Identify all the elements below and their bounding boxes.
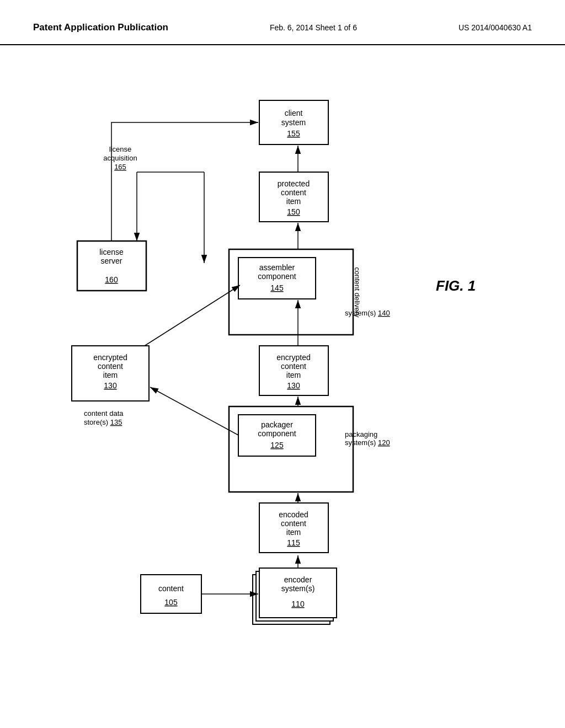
svg-text:component: component — [258, 429, 296, 438]
svg-text:content: content — [281, 519, 306, 528]
license-acquisition-label: license — [109, 145, 131, 153]
svg-text:130: 130 — [104, 381, 117, 390]
svg-text:packager: packager — [261, 420, 293, 429]
svg-text:item: item — [103, 371, 118, 379]
svg-text:item: item — [286, 197, 301, 206]
svg-text:acquisition: acquisition — [103, 154, 137, 162]
svg-text:content: content — [98, 362, 123, 371]
svg-text:160: 160 — [105, 275, 118, 284]
svg-text:encrypted: encrypted — [93, 353, 127, 362]
svg-text:125: 125 — [270, 441, 284, 449]
svg-text:item: item — [286, 528, 301, 537]
page-header: Patent Application Publication Feb. 6, 2… — [0, 0, 565, 45]
header-left: Patent Application Publication — [33, 22, 168, 33]
svg-text:150: 150 — [287, 207, 300, 216]
arrow-encrypted-left-to-assembler — [145, 285, 240, 346]
svg-text:item: item — [286, 371, 301, 379]
fig-label: FIG. 1 — [436, 277, 476, 294]
svg-text:system: system — [281, 118, 306, 127]
header-right: US 2014/0040630 A1 — [459, 23, 532, 32]
arrow-license-server-to-client — [111, 122, 258, 241]
svg-text:system(s): system(s) — [281, 584, 315, 593]
svg-text:content: content — [281, 362, 306, 371]
svg-text:system(s) 140: system(s) 140 — [345, 309, 390, 317]
svg-text:server: server — [101, 256, 122, 265]
svg-text:protected: protected — [278, 179, 310, 188]
svg-text:assembler: assembler — [259, 263, 295, 272]
svg-text:encrypted: encrypted — [276, 353, 310, 362]
svg-text:105: 105 — [164, 598, 178, 607]
svg-text:packaging: packaging — [345, 430, 377, 438]
arrow-packager-to-encrypted-left — [150, 387, 238, 435]
svg-text:store(s) 135: store(s) 135 — [84, 418, 122, 426]
content-data-store-label: content data — [84, 409, 124, 417]
svg-text:content: content — [158, 584, 184, 593]
svg-text:165: 165 — [114, 163, 126, 171]
content-box — [141, 575, 201, 613]
svg-text:encoded: encoded — [279, 510, 308, 519]
svg-text:encoder: encoder — [284, 575, 312, 584]
header-center: Feb. 6, 2014 Sheet 1 of 6 — [270, 23, 357, 32]
svg-text:110: 110 — [291, 599, 305, 608]
svg-text:115: 115 — [287, 538, 300, 547]
svg-text:content: content — [281, 188, 306, 197]
client-system-label: client — [285, 109, 303, 117]
svg-text:155: 155 — [287, 129, 300, 138]
svg-text:license: license — [99, 248, 124, 256]
svg-text:130: 130 — [287, 381, 300, 390]
svg-text:145: 145 — [270, 283, 284, 292]
patent-diagram: client system 155 protected content item… — [0, 45, 565, 718]
svg-text:component: component — [258, 272, 296, 281]
diagram-area: client system 155 protected content item… — [0, 45, 565, 718]
svg-text:system(s) 120: system(s) 120 — [345, 438, 390, 447]
